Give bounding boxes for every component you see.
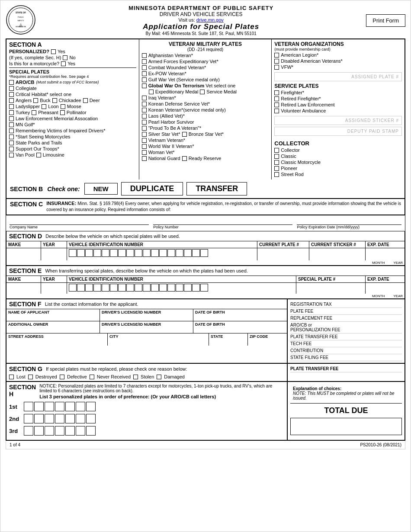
- new-option[interactable]: NEW: [84, 183, 118, 195]
- combat-wounded-checkbox[interactable]: [142, 65, 147, 70]
- plate-3-box-5[interactable]: [65, 426, 75, 436]
- pioneer-checkbox[interactable]: [274, 166, 279, 171]
- d-make-cell[interactable]: [6, 248, 41, 260]
- plate-1-box-1[interactable]: [24, 402, 33, 411]
- plate-2-box-5[interactable]: [65, 414, 75, 423]
- proud-veteran-checkbox[interactable]: [142, 126, 147, 131]
- print-button[interactable]: Print Form: [366, 14, 405, 27]
- plate-2-box-3[interactable]: [45, 414, 54, 423]
- plate-1-box-5[interactable]: [65, 402, 75, 411]
- plate-3-box-3[interactable]: [45, 426, 54, 436]
- plate-1-box-6[interactable]: [76, 402, 85, 411]
- e-vin-box-5[interactable]: [102, 284, 109, 292]
- vin-box-4[interactable]: [93, 249, 101, 257]
- personalized-no-checkbox[interactable]: [63, 55, 67, 60]
- law-enforcement-checkbox[interactable]: [9, 116, 14, 121]
- vin-box-9[interactable]: [135, 249, 142, 257]
- retired-firefighter-checkbox[interactable]: [274, 96, 279, 101]
- stolen-checkbox[interactable]: [133, 375, 138, 379]
- e-vin-box-9[interactable]: [135, 284, 142, 292]
- plate-2-box-7[interactable]: [86, 414, 96, 423]
- vin-box-1[interactable]: [69, 249, 77, 257]
- plate-1-box-3[interactable]: [45, 402, 54, 411]
- damaged-checkbox[interactable]: [157, 375, 161, 379]
- vin-box-10[interactable]: [143, 249, 151, 257]
- plate-2-box-6[interactable]: [76, 414, 85, 423]
- expeditionary-medal-checkbox[interactable]: [149, 90, 154, 94]
- wwii-checkbox[interactable]: [142, 144, 147, 149]
- e-vin-box-8[interactable]: [126, 284, 134, 292]
- vin-box-11[interactable]: [151, 249, 159, 257]
- motorcycle-checkbox[interactable]: [61, 61, 66, 66]
- silver-star-checkbox[interactable]: [142, 132, 147, 137]
- vanpool-checkbox[interactable]: [9, 153, 14, 157]
- e-vin-box-7[interactable]: [118, 284, 126, 292]
- korean-defense-checkbox[interactable]: [142, 102, 147, 106]
- vin-box-15[interactable]: [184, 249, 192, 257]
- state-parks-checkbox[interactable]: [9, 141, 14, 145]
- e-vin-box-4[interactable]: [93, 284, 101, 292]
- d-year-cell[interactable]: [41, 248, 67, 260]
- limousine-checkbox[interactable]: [36, 153, 41, 157]
- vin-box-14[interactable]: [176, 249, 183, 257]
- ready-reserve-checkbox[interactable]: [182, 156, 187, 161]
- remembering-checkbox[interactable]: [9, 128, 14, 133]
- pearl-harbor-checkbox[interactable]: [142, 120, 147, 125]
- korean-vet-checkbox[interactable]: [142, 108, 147, 112]
- vin-box-3[interactable]: [85, 249, 93, 257]
- vin-box-16[interactable]: [192, 249, 200, 257]
- personalized-yes-checkbox[interactable]: [51, 49, 56, 54]
- defective-checkbox[interactable]: [60, 375, 64, 379]
- policy-number-input[interactable]: [153, 217, 292, 225]
- vfw-checkbox[interactable]: [274, 65, 279, 70]
- vin-box-6[interactable]: [110, 249, 118, 257]
- e-vin-box-17[interactable]: [200, 284, 208, 292]
- total-due-input-area[interactable]: [290, 418, 402, 435]
- collegiate-checkbox[interactable]: [9, 86, 14, 91]
- d-exp-date-cell[interactable]: [366, 248, 405, 260]
- iraq-checkbox[interactable]: [142, 96, 147, 100]
- website-link[interactable]: drive.mn.gov: [196, 17, 224, 22]
- company-name-input[interactable]: [10, 217, 149, 225]
- pheasant-checkbox[interactable]: [32, 110, 36, 115]
- moose-checkbox[interactable]: [61, 104, 65, 109]
- transfer-option[interactable]: TRANSFER: [186, 182, 247, 195]
- support-checkbox[interactable]: [9, 147, 14, 151]
- e-vin-box-6[interactable]: [110, 284, 118, 292]
- mn-golf-checkbox[interactable]: [9, 122, 14, 127]
- afghanistan-checkbox[interactable]: [142, 53, 147, 58]
- arocb-checkbox[interactable]: [9, 80, 14, 85]
- e-vin-box-1[interactable]: [69, 284, 77, 292]
- bronze-star-checkbox[interactable]: [182, 132, 187, 137]
- e-vin-box-13[interactable]: [167, 284, 175, 292]
- anglers-checkbox[interactable]: [9, 98, 14, 103]
- duplicate-option[interactable]: DUPLICATE: [121, 182, 183, 195]
- e-special-plate-cell[interactable]: [296, 283, 366, 294]
- vin-box-13[interactable]: [167, 249, 175, 257]
- e-exp-date-cell[interactable]: [366, 283, 405, 294]
- e-vin-box-3[interactable]: [85, 284, 93, 292]
- pollinator-checkbox[interactable]: [60, 110, 65, 115]
- plate-3-box-2[interactable]: [34, 426, 44, 436]
- e-vin-box-12[interactable]: [159, 284, 167, 292]
- expow-checkbox[interactable]: [142, 71, 147, 76]
- e-make-cell[interactable]: [6, 283, 41, 294]
- american-legion-checkbox[interactable]: [274, 53, 279, 58]
- e-vin-box-14[interactable]: [176, 284, 183, 292]
- e-vin-box-15[interactable]: [184, 284, 192, 292]
- street-rod-checkbox[interactable]: [274, 172, 279, 177]
- gulf-war-checkbox[interactable]: [142, 77, 147, 82]
- global-war-checkbox[interactable]: [142, 83, 147, 88]
- d-vin-cell[interactable]: [67, 248, 257, 260]
- e-vin-box-2[interactable]: [77, 284, 85, 292]
- plate-2-box-1[interactable]: [24, 414, 33, 423]
- plate-3-box-7[interactable]: [86, 426, 96, 436]
- chickadee-checkbox[interactable]: [52, 98, 57, 103]
- d-current-sticker-cell[interactable]: [309, 248, 366, 260]
- critical-habitat-checkbox[interactable]: [9, 92, 14, 97]
- destroyed-checkbox[interactable]: [28, 375, 33, 379]
- e-vin-box-11[interactable]: [151, 284, 159, 292]
- e-vin-box-16[interactable]: [192, 284, 200, 292]
- volunteer-ambulance-checkbox[interactable]: [274, 109, 279, 113]
- start-seeing-checkbox[interactable]: [9, 135, 14, 139]
